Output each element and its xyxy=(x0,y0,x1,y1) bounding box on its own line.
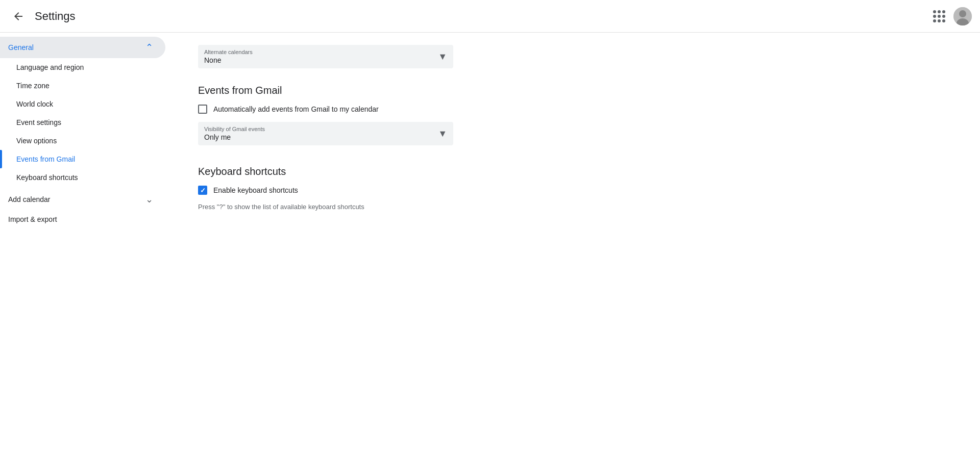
sidebar-general-section: General ⌃ Language and region Time zone … xyxy=(0,37,174,187)
alternate-calendars-select[interactable]: None xyxy=(198,45,453,68)
alternate-calendars-wrapper: Alternate calendars None ▼ xyxy=(198,45,453,68)
sidebar-timezone-label: Time zone xyxy=(16,82,50,90)
avatar[interactable] xyxy=(953,7,972,25)
apps-button[interactable] xyxy=(929,6,949,27)
sidebar-item-eventsgmail[interactable]: Events from Gmail xyxy=(0,150,174,168)
header-right xyxy=(929,6,972,27)
grid-icon xyxy=(933,10,945,22)
sidebar-viewoptions-label: View options xyxy=(16,137,57,145)
auto-add-row: Automatically add events from Gmail to m… xyxy=(198,105,955,114)
sidebar-eventsettings-label: Event settings xyxy=(16,118,61,126)
page-title: Settings xyxy=(35,10,76,23)
sidebar-language-label: Language and region xyxy=(16,63,84,71)
sidebar-item-addcalendar[interactable]: Add calendar ⌄ xyxy=(0,189,165,210)
header-left: Settings xyxy=(8,6,76,27)
auto-add-label: Automatically add events from Gmail to m… xyxy=(213,105,379,113)
sidebar-general-label: General xyxy=(8,43,34,52)
auto-add-checkbox[interactable] xyxy=(198,105,207,114)
keyboard-shortcuts-title: Keyboard shortcuts xyxy=(198,166,955,177)
alternate-calendars-label: Alternate calendars xyxy=(204,49,253,55)
events-from-gmail-title: Events from Gmail xyxy=(198,85,955,96)
sidebar-keyboard-label: Keyboard shortcuts xyxy=(16,173,78,182)
sidebar-item-language[interactable]: Language and region xyxy=(0,58,174,76)
sidebar: General ⌃ Language and region Time zone … xyxy=(0,33,174,461)
chevron-down-icon: ⌄ xyxy=(145,194,153,205)
layout: General ⌃ Language and region Time zone … xyxy=(0,33,980,461)
enable-shortcuts-checkbox[interactable] xyxy=(198,186,207,195)
enable-shortcuts-label: Enable keyboard shortcuts xyxy=(213,186,298,194)
sidebar-importexport-label: Import & export xyxy=(8,215,57,223)
sidebar-worldclock-label: World clock xyxy=(16,100,53,108)
chevron-up-icon: ⌃ xyxy=(145,42,153,53)
sidebar-eventsgmail-label: Events from Gmail xyxy=(16,155,75,163)
sidebar-item-keyboard[interactable]: Keyboard shortcuts xyxy=(0,168,174,187)
sidebar-item-timezone[interactable]: Time zone xyxy=(0,76,174,95)
events-from-gmail-section: Events from Gmail Automatically add even… xyxy=(198,85,955,145)
keyboard-shortcuts-section: Keyboard shortcuts Enable keyboard short… xyxy=(198,166,955,211)
sidebar-item-importexport[interactable]: Import & export xyxy=(0,210,165,228)
svg-point-1 xyxy=(959,10,966,17)
visibility-wrapper: Visibility of Gmail events Only me ▼ xyxy=(198,122,453,145)
sidebar-addcalendar-label: Add calendar xyxy=(8,195,51,203)
back-button[interactable] xyxy=(8,6,29,27)
enable-shortcuts-row: Enable keyboard shortcuts xyxy=(198,186,955,195)
sidebar-item-general[interactable]: General ⌃ xyxy=(0,37,165,58)
sidebar-item-worldclock[interactable]: World clock xyxy=(0,95,174,113)
keyboard-shortcuts-hint: Press "?" to show the list of available … xyxy=(198,203,955,211)
visibility-select[interactable]: Only me xyxy=(198,122,453,145)
sidebar-item-viewoptions[interactable]: View options xyxy=(0,132,174,150)
header: Settings xyxy=(0,0,980,33)
sidebar-item-eventsettings[interactable]: Event settings xyxy=(0,113,174,132)
visibility-label: Visibility of Gmail events xyxy=(204,126,265,132)
main-content: Alternate calendars None ▼ Events from G… xyxy=(174,33,980,461)
